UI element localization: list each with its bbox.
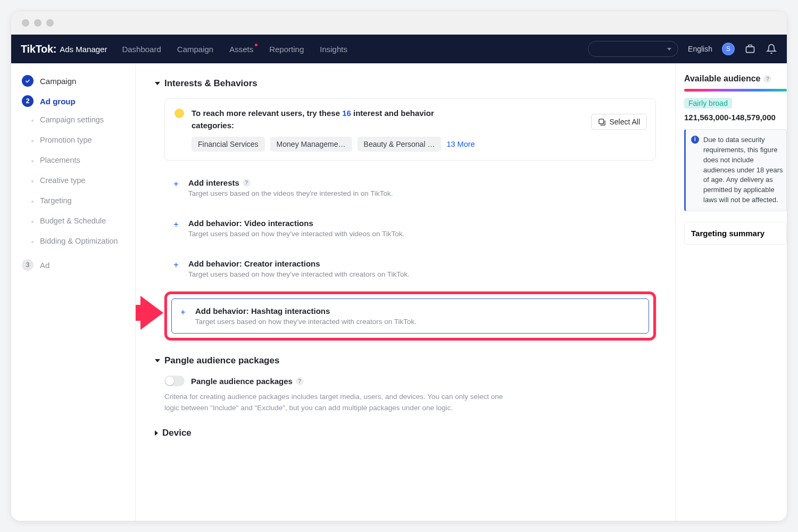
- row-desc: Target users based on how they've intera…: [195, 318, 417, 326]
- info-icon[interactable]: ?: [243, 179, 251, 187]
- add-interests-row[interactable]: + Add interests ? Target users based on …: [164, 170, 656, 205]
- security-notice: i Due to data security requirements, thi…: [684, 129, 787, 211]
- add-behavior-hashtag-row[interactable]: + Add behavior: Hashtag interactions Tar…: [171, 298, 649, 334]
- recommendations-card: To reach more relevant users, try these …: [164, 98, 656, 161]
- row-title: Add behavior: Hashtag interactions: [195, 306, 417, 315]
- sidebar-item-targeting[interactable]: Targeting: [16, 192, 130, 209]
- info-icon[interactable]: ?: [296, 377, 304, 385]
- recommendation-text: To reach more relevant users, try these …: [192, 107, 436, 131]
- main-panel: Interests & Behaviors To reach more rele…: [136, 63, 675, 521]
- avatar[interactable]: S: [722, 43, 735, 55]
- check-icon: [22, 75, 34, 87]
- highlight-box: + Add behavior: Hashtag interactions Tar…: [164, 292, 656, 340]
- info-solid-icon: i: [691, 136, 699, 144]
- sidebar-item-budget-schedule[interactable]: Budget & Schedule: [16, 212, 130, 229]
- brand-product: Ads Manager: [60, 45, 107, 54]
- recommendation-chips: Financial Services Money Manageme… Beaut…: [192, 137, 646, 152]
- sidebar-item-promotion-type[interactable]: Promotion type: [16, 131, 130, 148]
- notification-dot-icon: [255, 44, 257, 46]
- pangle-desc: Criteria for creating audience packages …: [164, 392, 505, 414]
- info-icon[interactable]: ?: [763, 75, 771, 83]
- account-dropdown[interactable]: [588, 41, 678, 57]
- notice-text: Due to data security requirements, this …: [703, 135, 783, 205]
- pangle-toggle[interactable]: [164, 376, 185, 386]
- chevron-down-icon: [667, 48, 671, 51]
- traffic-light-max[interactable]: [46, 19, 54, 27]
- chip-money-management[interactable]: Money Manageme…: [270, 137, 352, 152]
- plus-icon: +: [171, 220, 181, 229]
- window-chrome: [11, 11, 787, 35]
- caret-down-icon: [155, 359, 160, 362]
- svg-rect-0: [746, 47, 754, 53]
- available-audience-title: Available audience ?: [684, 74, 787, 84]
- targeting-summary-card[interactable]: Targeting summary: [684, 222, 787, 245]
- plus-icon: +: [178, 307, 188, 317]
- nav-insights[interactable]: Insights: [320, 45, 347, 54]
- nav-reporting[interactable]: Reporting: [269, 45, 304, 54]
- highlighted-region: + Add behavior: Hashtag interactions Tar…: [164, 292, 656, 340]
- row-title: Add interests ?: [188, 178, 393, 187]
- pangle-toggle-label: Pangle audience packages ?: [191, 377, 304, 386]
- step-number-icon: 3: [22, 259, 34, 271]
- row-desc: Target users based on how they've intera…: [188, 230, 404, 238]
- sidebar-step-adgroup[interactable]: 2 Ad group: [16, 91, 130, 111]
- row-desc: Target users based on how they've intera…: [188, 270, 410, 278]
- topbar-right: English S: [588, 41, 777, 57]
- select-all-button[interactable]: Select All: [591, 114, 647, 130]
- add-behavior-video-row[interactable]: + Add behavior: Video interactions Targe…: [164, 211, 656, 246]
- nav-menu: Dashboard Campaign Assets Reporting Insi…: [122, 45, 347, 54]
- sidebar-step-label: Campaign: [40, 77, 76, 86]
- audience-breadth-badge: Fairly broad: [684, 98, 732, 109]
- audience-range: 121,563,000-148,579,000: [684, 113, 787, 122]
- step-number-icon: 2: [22, 95, 34, 107]
- section-interests-behaviors[interactable]: Interests & Behaviors: [155, 78, 656, 89]
- plus-icon: +: [171, 179, 181, 189]
- caret-right-icon: [155, 430, 158, 436]
- top-nav: TikTok: Ads Manager Dashboard Campaign A…: [11, 35, 787, 63]
- plus-icon: +: [171, 260, 181, 270]
- audience-gradient-bar: [684, 89, 787, 92]
- sidebar-step-campaign[interactable]: Campaign: [16, 71, 130, 91]
- briefcase-icon[interactable]: [744, 43, 756, 55]
- row-title: Add behavior: Video interactions: [188, 219, 404, 228]
- chip-financial-services[interactable]: Financial Services: [192, 137, 265, 152]
- nav-campaign[interactable]: Campaign: [177, 45, 213, 54]
- section-device[interactable]: Device: [155, 428, 656, 438]
- section-title: Device: [162, 428, 192, 438]
- row-desc: Target users based on the videos they're…: [188, 189, 393, 197]
- sidebar: Campaign 2 Ad group Campaign settings Pr…: [11, 63, 136, 521]
- traffic-light-close[interactable]: [22, 19, 29, 27]
- section-title: Pangle audience packages: [164, 355, 279, 366]
- chip-beauty-personal[interactable]: Beauty & Personal …: [358, 137, 442, 152]
- sidebar-step-label: Ad group: [40, 97, 76, 106]
- pangle-toggle-row: Pangle audience packages ?: [164, 376, 656, 386]
- sidebar-step-label: Ad: [40, 261, 49, 270]
- select-all-icon: [598, 118, 606, 126]
- nav-dashboard[interactable]: Dashboard: [122, 45, 161, 54]
- svg-rect-1: [599, 119, 604, 123]
- section-title: Interests & Behaviors: [164, 78, 257, 89]
- sidebar-item-placements[interactable]: Placements: [16, 152, 130, 169]
- bell-icon[interactable]: [766, 43, 777, 55]
- traffic-light-min[interactable]: [34, 19, 41, 27]
- svg-marker-2: [136, 296, 163, 330]
- app-window: TikTok: Ads Manager Dashboard Campaign A…: [11, 11, 787, 521]
- sidebar-step-ad[interactable]: 3 Ad: [16, 255, 130, 275]
- body: Campaign 2 Ad group Campaign settings Pr…: [11, 63, 787, 521]
- annotation-arrow-icon: [136, 292, 164, 334]
- add-behavior-creator-row[interactable]: + Add behavior: Creator interactions Tar…: [164, 251, 656, 286]
- row-title: Add behavior: Creator interactions: [188, 259, 410, 268]
- section-pangle[interactable]: Pangle audience packages: [155, 355, 656, 366]
- sidebar-item-bidding-optimization[interactable]: Bidding & Optimization: [16, 232, 130, 250]
- brand-logo: TikTok:: [21, 43, 56, 55]
- more-link[interactable]: 13 More: [446, 140, 475, 148]
- right-panel: Available audience ? Fairly broad 121,56…: [675, 63, 787, 521]
- nav-assets[interactable]: Assets: [229, 45, 253, 54]
- caret-down-icon: [155, 82, 160, 85]
- lightbulb-icon: [174, 109, 184, 118]
- language-switch[interactable]: English: [688, 45, 712, 53]
- sidebar-item-creative-type[interactable]: Creative type: [16, 172, 130, 189]
- sidebar-item-campaign-settings[interactable]: Campaign settings: [16, 111, 130, 128]
